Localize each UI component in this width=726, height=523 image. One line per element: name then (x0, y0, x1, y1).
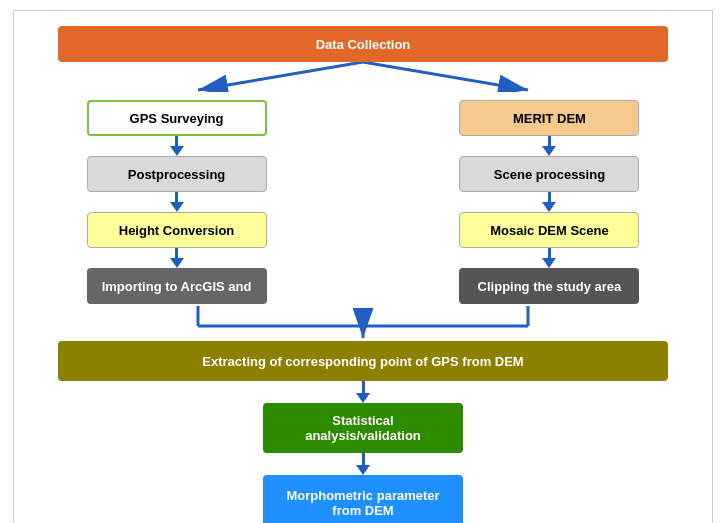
clipping-study-label: Clipping the study area (478, 279, 622, 294)
mosaic-dem-box: Mosaic DEM Scene (459, 212, 639, 248)
extract-box: Extracting of corresponding point of GPS… (58, 341, 668, 381)
converge-arrows-svg (33, 306, 693, 341)
arrow8 (356, 453, 370, 475)
morphometric-box: Morphometric parameter from DEM (263, 475, 463, 523)
svg-line-1 (363, 62, 528, 90)
two-columns: GPS Surveying Postprocessing Height Conv… (24, 100, 702, 304)
data-collection-label: Data Collection (316, 37, 411, 52)
merit-dem-box: MERIT DEM (459, 100, 639, 136)
merit-dem-label: MERIT DEM (513, 111, 586, 126)
branch-arrows-svg (33, 62, 693, 92)
import-arcgis-box: Importing to ArcGIS and (87, 268, 267, 304)
bottom-section: Statistical analysis/validation Morphome… (24, 381, 702, 523)
data-collection-box: Data Collection (58, 26, 668, 62)
height-conversion-box: Height Conversion (87, 212, 267, 248)
scene-processing-label: Scene processing (494, 167, 605, 182)
mosaic-dem-label: Mosaic DEM Scene (490, 223, 609, 238)
arrow7 (356, 381, 370, 403)
postprocessing-label: Postprocessing (128, 167, 226, 182)
statistical-box: Statistical analysis/validation (263, 403, 463, 453)
arrow2 (170, 192, 184, 212)
import-arcgis-label: Importing to ArcGIS and (102, 279, 252, 294)
arrow3 (170, 248, 184, 268)
arrow1 (170, 136, 184, 156)
gps-surveying-label: GPS Surveying (130, 111, 224, 126)
postprocessing-box: Postprocessing (87, 156, 267, 192)
height-conversion-label: Height Conversion (119, 223, 235, 238)
arrow5 (542, 192, 556, 212)
extract-label: Extracting of corresponding point of GPS… (202, 354, 523, 369)
arrow6 (542, 248, 556, 268)
left-column: GPS Surveying Postprocessing Height Conv… (24, 100, 329, 304)
right-column: MERIT DEM Scene processing Mosaic DEM Sc… (397, 100, 702, 304)
statistical-label: Statistical analysis/validation (273, 413, 453, 443)
arrow4 (542, 136, 556, 156)
svg-line-0 (198, 62, 363, 90)
gps-surveying-box: GPS Surveying (87, 100, 267, 136)
diagram-container: Data Collection GPS Surveying (13, 10, 713, 523)
clipping-study-box: Clipping the study area (459, 268, 639, 304)
scene-processing-box: Scene processing (459, 156, 639, 192)
morphometric-label: Morphometric parameter from DEM (273, 488, 453, 518)
